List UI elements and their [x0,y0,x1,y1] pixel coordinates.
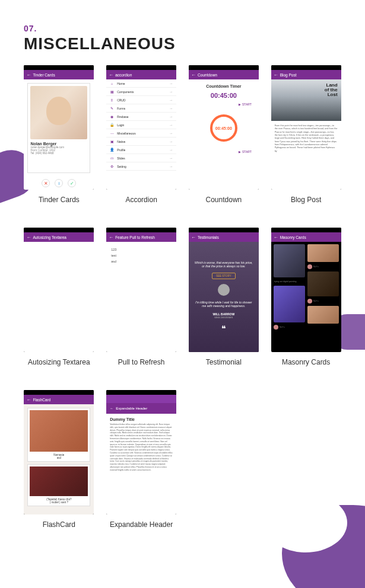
caption-countdown: Countdown [206,196,242,204]
cell-accordion: ←accordion ⌂Home→▦Components→≡CRUD→✎Form… [106,65,177,204]
tinder-name: Nolan Berger [30,142,87,146]
item-label: CRUD [117,98,125,102]
countdown-time: 00:45:00 [211,92,237,99]
phone-expandable[interactable]: ←Expandable Header Dummy Title Vestibulu… [106,390,176,514]
blog-body-text: From this point he marched two stages—te… [271,121,341,190]
see-story-button[interactable]: SEE STORY [212,273,236,279]
caption-blog: Blog Post [291,196,321,204]
item-icon: ⚙ [110,164,114,168]
flashcard[interactable]: Namasteasd [27,408,90,462]
phone-countdown[interactable]: ←Countdown Countdown Timer 00:45:00 ▶ ST… [189,65,259,190]
masonry-image[interactable] [307,306,339,324]
item-label: Miscellaneous [117,132,136,135]
tinder-photo [30,86,87,139]
chevron-right-icon: → [169,140,173,143]
pull-list[interactable]: 123 test asd [106,242,176,352]
appbar-title: Masonry Cards [280,235,306,239]
item-label: Setting [117,165,126,168]
caption-expandable: Expandable Header [110,520,173,529]
back-icon[interactable]: ← [274,72,278,78]
masonry-user[interactable]: MaFo [274,325,305,330]
back-icon[interactable]: ← [191,235,196,240]
phone-blog[interactable]: ←Blog Post Landof theLost From this poin… [271,65,341,190]
accordion-item[interactable]: ✎Forms→ [106,104,176,113]
accordion-item[interactable]: ⋯Miscellaneous→ [106,129,176,138]
accordion-item[interactable]: ▣Native→ [106,138,176,146]
phone-tinder[interactable]: ←Tinder Cards Nolan Berger nolan.berger@… [24,65,94,190]
item-label: Profile [117,148,125,152]
accordion-item[interactable]: ⚙Setting→ [106,162,176,171]
accordion-item[interactable]: ◉Firebase→ [106,113,176,121]
item-icon: 👤 [110,148,114,152]
item-icon: ▦ [110,90,114,94]
appbar-title: accordion [115,73,132,77]
cell-tinder: ←Tinder Cards Nolan Berger nolan.berger@… [24,65,94,204]
info-button[interactable]: i [55,179,63,187]
like-button[interactable]: ✓ [68,179,76,187]
back-icon[interactable]: ← [109,72,113,78]
back-icon[interactable]: ← [274,235,278,240]
masonry-user[interactable]: MaFo [307,299,339,303]
cell-testimonial: ←Testimonials Which is worse, that every… [189,228,259,366]
content-body: Vestibulum finibus tellus congue sollici… [110,423,173,472]
caption-autosize: Autosizing Textarea [28,358,90,366]
phone-autosize[interactable]: ←Autosizing Textarea [24,228,94,352]
masonry-user[interactable]: MaFo [307,264,339,269]
accordion-item[interactable]: ▭Slides→ [106,154,176,162]
back-icon[interactable]: ← [110,407,113,410]
item-icon: ✎ [110,106,114,110]
masonry-image[interactable] [307,271,339,296]
chevron-right-icon: → [169,123,173,127]
phone-pull[interactable]: ←Feature Pull to Refresh 123 test asd [106,228,176,352]
flashcard[interactable]: (Tapailai) Kasto cha?( mobel ) sant ? [27,464,90,506]
blog-hero-image: Landof theLost [271,79,341,121]
masonry-image[interactable] [274,286,305,322]
chevron-right-icon: → [169,82,173,85]
phone-accordion[interactable]: ←accordion ⌂Home→▦Components→≡CRUD→✎Form… [106,65,176,190]
item-label: Home [117,82,125,85]
chevron-right-icon: → [169,90,173,94]
phone-flashcard[interactable]: ←FlashCard Namasteasd (Tapailai) Kasto c… [24,390,94,514]
back-icon[interactable]: ← [26,72,31,78]
tinder-card[interactable]: Nolan Berger nolan.berger@example.com Fr… [27,83,90,173]
item-label: Forms [117,107,125,110]
appbar-title: Countdown [198,73,217,77]
item-icon: ▭ [110,156,114,160]
list-item: asd [111,258,172,264]
masonry-image[interactable] [307,244,339,262]
item-label: Slides [117,156,125,160]
testimonial-role: WEB DESIGNER [213,316,235,319]
accordion-item[interactable]: ▦Components→ [106,88,176,96]
blog-hero-title: Landof theLost [325,83,338,97]
item-icon: ≡ [110,98,114,102]
item-label: Components [117,90,134,94]
start-button-2[interactable]: ▶ START [239,150,252,154]
autosize-textarea[interactable] [24,242,94,352]
phone-masonry[interactable]: ←Masonry Cards trying out digital painti… [271,228,341,352]
back-icon[interactable]: ← [191,72,196,78]
masonry-image[interactable] [274,244,305,277]
reject-button[interactable]: ✕ [42,179,50,187]
back-icon[interactable]: ← [26,235,31,240]
caption-accordion: Accordion [125,196,157,204]
back-icon[interactable]: ← [26,397,31,402]
avatar [218,284,230,296]
item-icon: ◉ [110,114,114,119]
cell-pull: ←Feature Pull to Refresh 123 test asd Pu… [106,228,177,366]
cell-countdown: ←Countdown Countdown Timer 00:45:00 ▶ ST… [189,65,259,204]
flashcard-image [30,410,88,452]
accordion-item[interactable]: ≡CRUD→ [106,96,176,104]
appbar-title: Tinder Cards [33,73,55,77]
caption-masonry: Masonry Cards [282,358,330,366]
chevron-right-icon: → [169,98,173,102]
phone-testimonial[interactable]: ←Testimonials Which is worse, that every… [189,228,259,352]
back-icon[interactable]: ← [109,235,113,240]
start-button[interactable]: ▶ START [239,103,252,106]
accordion-item[interactable]: 👤Profile→ [106,146,176,154]
accordion-item[interactable]: 🔒Login→ [106,121,176,129]
accordion-item[interactable]: ⌂Home→ [106,79,176,88]
list-item: test [111,253,172,258]
chevron-right-icon: → [169,115,173,119]
flashcard-text: (Tapailai) Kasto cha?( mobel ) sant ? [46,498,71,504]
item-icon: ▣ [110,139,114,143]
